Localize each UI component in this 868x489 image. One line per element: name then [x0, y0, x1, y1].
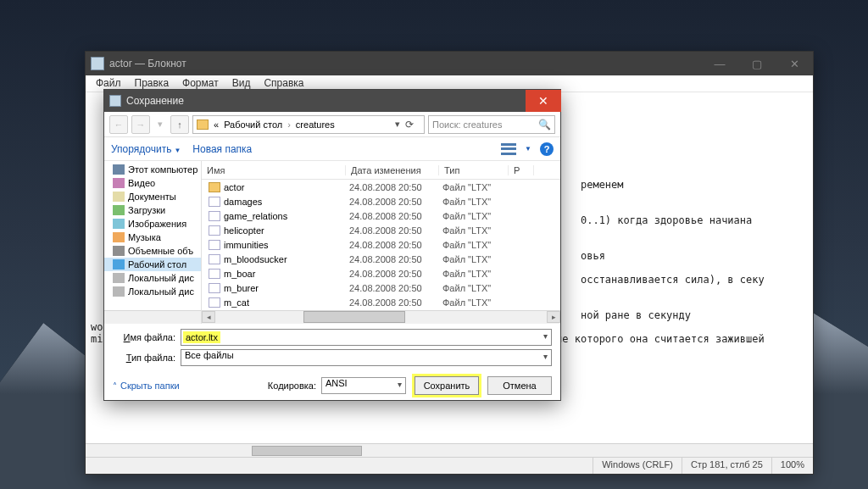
file-type: Файл "LTX" [442, 182, 512, 192]
new-folder-button[interactable]: Новая папка [192, 143, 252, 155]
file-row[interactable]: game_relations 24.08.2008 20:50 Файл "LT… [202, 208, 560, 223]
tree-item-icon [113, 232, 125, 242]
file-type: Файл "LTX" [442, 197, 512, 207]
nav-tree[interactable]: Этот компьютерВидеоДокументыЗагрузкиИзоб… [104, 161, 202, 324]
nav-forward-button[interactable]: → [131, 115, 150, 134]
status-zoom: 100% [771, 458, 813, 474]
file-type: Файл "LTX" [442, 283, 512, 293]
column-type[interactable]: Тип [439, 165, 509, 175]
breadcrumb-sep: › [287, 119, 291, 130]
file-type: Файл "LTX" [442, 269, 512, 279]
tree-item[interactable]: Музыка [104, 231, 201, 244]
tree-item-label: Локальный дис [128, 273, 194, 283]
breadcrumb-part-desktop[interactable]: Рабочий стол [224, 119, 282, 130]
column-name[interactable]: Имя [202, 165, 346, 175]
breadcrumb-bar[interactable]: « Рабочий стол › creatures ▾ ⟳ [192, 115, 425, 134]
tree-item-icon [113, 192, 125, 202]
breadcrumb-part-creatures[interactable]: creatures [296, 119, 335, 130]
tree-item-label: Рабочий стол [128, 259, 186, 270]
dialog-title: Сохранение [126, 95, 184, 107]
minimize-button[interactable]: — [701, 52, 738, 75]
filelist-h-scrollbar[interactable]: ◂ ▸ [202, 310, 560, 324]
filetype-select[interactable]: Все файлы [181, 349, 552, 366]
nav-up-button[interactable]: ↑ [170, 115, 189, 134]
tree-item-label: Изображения [128, 219, 186, 229]
file-list[interactable]: Имя Дата изменения Тип Р actor 24.08.200… [202, 161, 560, 324]
tree-item[interactable]: Видео [104, 176, 201, 190]
dialog-titlebar[interactable]: Сохранение ✕ [104, 90, 560, 112]
nav-recent-button[interactable]: ▾ [153, 115, 167, 134]
chevron-up-icon: ˄ [113, 381, 117, 391]
file-list-header[interactable]: Имя Дата изменения Тип Р [202, 161, 560, 180]
breadcrumb-dropdown-icon[interactable]: ▾ [395, 119, 400, 130]
file-date: 24.08.2008 20:50 [349, 211, 442, 221]
file-date: 24.08.2008 20:50 [349, 225, 442, 236]
tree-item[interactable]: Объемные объ [104, 244, 201, 258]
file-name: m_burer [224, 283, 349, 293]
file-row[interactable]: helicopter 24.08.2008 20:50 Файл "LTX" [202, 223, 560, 237]
tree-item[interactable]: Этот компьютер [104, 163, 201, 176]
file-row[interactable]: damages 24.08.2008 20:50 Файл "LTX" [202, 194, 560, 208]
tree-item-label: Видео [128, 178, 155, 188]
file-row[interactable]: m_burer 24.08.2008 20:50 Файл "LTX" [202, 281, 560, 295]
refresh-icon[interactable]: ⟳ [405, 119, 420, 131]
file-icon [209, 211, 220, 221]
address-toolbar: ← → ▾ ↑ « Рабочий стол › creatures ▾ ⟳ П… [104, 112, 560, 137]
scroll-right-button[interactable]: ▸ [547, 311, 560, 323]
hide-folders-toggle[interactable]: ˄ Скрыть папки [113, 381, 180, 391]
tree-item-label: Музыка [128, 232, 161, 242]
help-icon[interactable]: ? [540, 142, 554, 156]
tree-item-label: Загрузки [128, 205, 165, 215]
file-icon [209, 254, 220, 264]
tree-item[interactable]: Документы [104, 190, 201, 203]
scrollbar-thumb[interactable] [303, 311, 405, 323]
notepad-titlebar[interactable]: actor — Блокнот — ▢ ✕ [86, 52, 813, 75]
tree-item-label: Этот компьютер [128, 164, 198, 175]
scrollbar-thumb[interactable] [252, 446, 362, 456]
file-row[interactable]: m_bloodsucker 24.08.2008 20:50 Файл "LTX… [202, 252, 560, 266]
file-date: 24.08.2008 20:50 [349, 182, 442, 192]
file-name: game_relations [224, 211, 349, 221]
tree-item-icon [113, 286, 125, 297]
file-date: 24.08.2008 20:50 [349, 297, 442, 308]
tree-item[interactable]: Изображения [104, 217, 201, 231]
file-row[interactable]: immunities 24.08.2008 20:50 Файл "LTX" [202, 237, 560, 252]
tree-item[interactable]: Локальный дис [104, 271, 201, 285]
tree-item[interactable]: Рабочий стол [104, 258, 201, 271]
cancel-button[interactable]: Отмена [487, 376, 552, 395]
notepad-h-scrollbar[interactable] [86, 443, 813, 457]
encoding-label: Кодировка: [268, 381, 316, 391]
search-input[interactable]: Поиск: creatures 🔍 [428, 115, 555, 134]
file-row[interactable]: actor 24.08.2008 20:50 Файл "LTX" [202, 180, 560, 194]
folder-icon [197, 119, 209, 130]
notepad-close-button[interactable]: ✕ [776, 52, 813, 75]
column-size[interactable]: Р [509, 165, 534, 175]
file-type: Файл "LTX" [442, 211, 512, 221]
view-mode-button[interactable] [501, 143, 516, 155]
tree-item-icon [113, 205, 125, 215]
status-eol: Windows (CRLF) [593, 458, 682, 474]
tree-h-scrollbar[interactable] [104, 310, 201, 324]
tree-item[interactable]: Локальный дис [104, 285, 201, 298]
scroll-left-button[interactable]: ◂ [202, 311, 215, 323]
organize-button[interactable]: Упорядочить▼ [111, 143, 181, 155]
view-dropdown-icon[interactable]: ▼ [525, 145, 531, 153]
file-row[interactable]: m_cat 24.08.2008 20:50 Файл "LTX" [202, 295, 560, 309]
notepad-icon [91, 57, 104, 70]
file-date: 24.08.2008 20:50 [349, 283, 442, 293]
tree-item-icon [113, 164, 125, 175]
maximize-button[interactable]: ▢ [738, 52, 776, 75]
search-placeholder: Поиск: creatures [432, 119, 502, 130]
dialog-close-button[interactable]: ✕ [526, 90, 561, 112]
file-icon [209, 297, 220, 308]
tree-item[interactable]: Загрузки [104, 203, 201, 217]
file-row[interactable]: m_boar 24.08.2008 20:50 Файл "LTX" [202, 266, 560, 281]
filename-value: actor.ltx [183, 331, 220, 343]
file-date: 24.08.2008 20:50 [349, 254, 442, 264]
filename-input[interactable]: actor.ltx [181, 329, 552, 346]
file-name: actor [224, 182, 349, 192]
encoding-select[interactable]: ANSI [321, 377, 406, 394]
column-date[interactable]: Дата изменения [346, 165, 439, 175]
nav-back-button[interactable]: ← [109, 115, 128, 134]
save-button[interactable]: Сохранить [415, 376, 479, 395]
